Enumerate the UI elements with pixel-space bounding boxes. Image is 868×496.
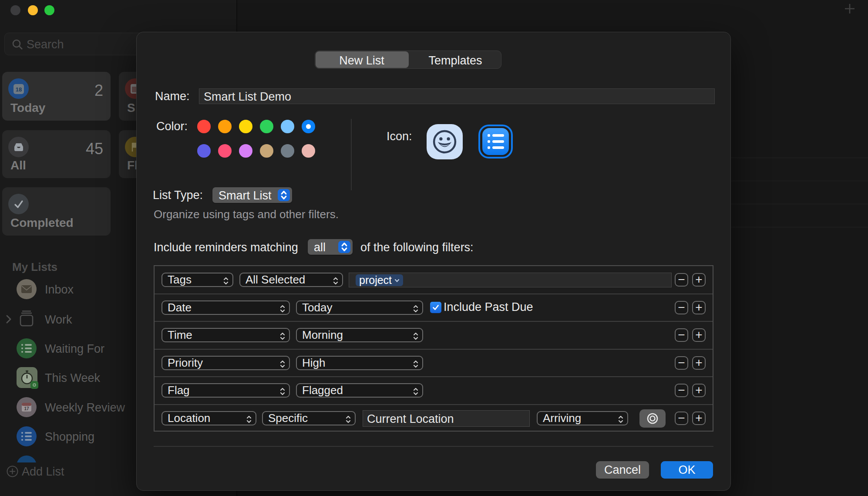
search-placeholder: Search: [27, 38, 64, 51]
remove-filter-button[interactable]: −: [675, 301, 688, 314]
location-input[interactable]: Current Location: [363, 410, 530, 427]
filter-field-popup[interactable]: Flag: [161, 383, 290, 398]
filter-operator-popup[interactable]: Specific: [262, 411, 356, 425]
remove-filter-button[interactable]: −: [675, 356, 688, 370]
sidebar-item-shopping[interactable]: Shopping: [45, 430, 94, 444]
filter-operator-popup[interactable]: All Selected: [239, 273, 343, 287]
color-swatch[interactable]: [239, 144, 252, 158]
match-popup[interactable]: all: [308, 239, 353, 255]
list-type-label: List Type:: [153, 189, 203, 202]
remove-filter-button[interactable]: −: [675, 328, 688, 342]
color-swatch[interactable]: [218, 144, 232, 158]
color-swatch[interactable]: [197, 144, 211, 158]
filters-container: TagsAll Selectedproject−+DateTodayInclud…: [154, 265, 713, 432]
list-type-hint: Organize using tags and other filters.: [154, 208, 339, 221]
add-filter-button[interactable]: +: [692, 328, 706, 342]
tab-templates[interactable]: Templates: [409, 54, 502, 67]
remove-filter-button[interactable]: −: [675, 273, 688, 287]
filter-field-popup[interactable]: Time: [161, 328, 290, 342]
weekly-review-icon: 17: [17, 397, 37, 417]
shopping-icon: [17, 426, 37, 446]
new-reminder-button[interactable]: [844, 3, 856, 15]
list-type-value: Smart List: [219, 189, 272, 202]
filter-operator-popup[interactable]: Today: [296, 300, 423, 315]
emoji-icon-button[interactable]: [427, 124, 463, 159]
color-swatch[interactable]: [260, 144, 273, 158]
sidebar-item-this-week[interactable]: This Week: [45, 371, 100, 385]
card-today[interactable]: 18 2 Today: [2, 72, 111, 121]
color-swatch[interactable]: [260, 120, 273, 133]
sidebar-item-weekly-review[interactable]: Weekly Review: [45, 401, 125, 415]
sidebar-item-work[interactable]: Work: [45, 313, 72, 327]
inbox-icon: [17, 279, 37, 299]
filter-field-popup[interactable]: Priority: [161, 356, 290, 370]
completed-label: Completed: [10, 216, 74, 230]
color-swatch[interactable]: [281, 120, 294, 133]
list-icon-button[interactable]: [482, 128, 509, 155]
name-input[interactable]: Smart List Demo: [199, 88, 715, 104]
filter-row-divider: [155, 404, 713, 405]
tags-token-field[interactable]: project: [349, 273, 672, 287]
waiting-for-icon: [17, 338, 37, 358]
popup-chevrons-icon: [338, 241, 350, 253]
filter-row-divider: [155, 294, 713, 294]
filter-field-popup[interactable]: Tags: [161, 273, 233, 287]
color-label: Color:: [156, 120, 188, 133]
current-location-button[interactable]: [639, 409, 666, 428]
zoom-button[interactable]: [44, 5, 54, 15]
color-swatch[interactable]: [239, 120, 252, 133]
tag-token[interactable]: project: [356, 274, 403, 286]
color-swatch[interactable]: [302, 144, 315, 158]
match-suffix: of the following filters:: [360, 241, 474, 254]
ok-button[interactable]: OK: [661, 461, 713, 479]
remove-filter-button[interactable]: −: [675, 412, 688, 425]
add-filter-button[interactable]: +: [692, 384, 706, 397]
add-filter-button[interactable]: +: [692, 301, 706, 314]
filter-operator-popup[interactable]: Morning: [296, 328, 423, 342]
filter-row-divider: [155, 349, 713, 350]
color-swatch[interactable]: [302, 120, 315, 133]
add-filter-button[interactable]: +: [692, 356, 706, 370]
color-swatch[interactable]: [281, 144, 294, 158]
smart-list-gear-badge: [30, 381, 38, 389]
this-week-icon: [17, 367, 37, 388]
cancel-button[interactable]: Cancel: [596, 461, 649, 479]
remove-filter-button[interactable]: −: [675, 384, 688, 397]
location-mode-popup[interactable]: Arriving: [537, 411, 628, 425]
add-list-plus-icon[interactable]: [7, 466, 18, 477]
filter-field-popup[interactable]: Location: [161, 411, 256, 425]
sidebar-item-inbox[interactable]: Inbox: [45, 283, 74, 297]
today-count: 2: [94, 81, 103, 100]
add-filter-button[interactable]: +: [692, 412, 706, 425]
search-icon: [12, 39, 23, 50]
card-all[interactable]: 45 All: [2, 130, 111, 178]
chevron-right-icon[interactable]: [5, 314, 12, 324]
filter-field-popup[interactable]: Date: [161, 300, 290, 315]
vertical-divider: [351, 119, 352, 190]
close-button[interactable]: [10, 5, 20, 15]
card-completed[interactable]: Completed: [2, 187, 111, 236]
list-type-popup[interactable]: Smart List: [212, 187, 292, 203]
minimize-button[interactable]: [28, 5, 38, 15]
selected-color-dot: [306, 124, 311, 129]
filter-operator-popup[interactable]: Flagged: [296, 383, 423, 398]
my-lists-header: My Lists: [12, 260, 57, 274]
include-past-due-checkbox[interactable]: [430, 302, 441, 313]
sidebar-item-waiting-for[interactable]: Waiting For: [45, 342, 104, 356]
filter-operator-popup[interactable]: High: [296, 356, 423, 370]
all-tray-icon: [8, 137, 29, 157]
color-swatch[interactable]: [197, 120, 211, 133]
match-value: all: [314, 241, 326, 254]
svg-text:17: 17: [24, 406, 29, 411]
tab-new-list[interactable]: New List: [315, 54, 408, 67]
add-list-button[interactable]: Add List: [22, 465, 64, 479]
color-swatch[interactable]: [218, 120, 232, 133]
all-label: All: [10, 159, 26, 172]
filter-row-divider: [155, 321, 713, 322]
add-filter-button[interactable]: +: [692, 273, 706, 287]
footer-divider: [154, 446, 713, 447]
bullet-list-icon: [488, 134, 504, 149]
check-icon: [8, 194, 29, 214]
all-count: 45: [86, 140, 103, 158]
match-prefix: Include reminders matching: [154, 241, 298, 254]
